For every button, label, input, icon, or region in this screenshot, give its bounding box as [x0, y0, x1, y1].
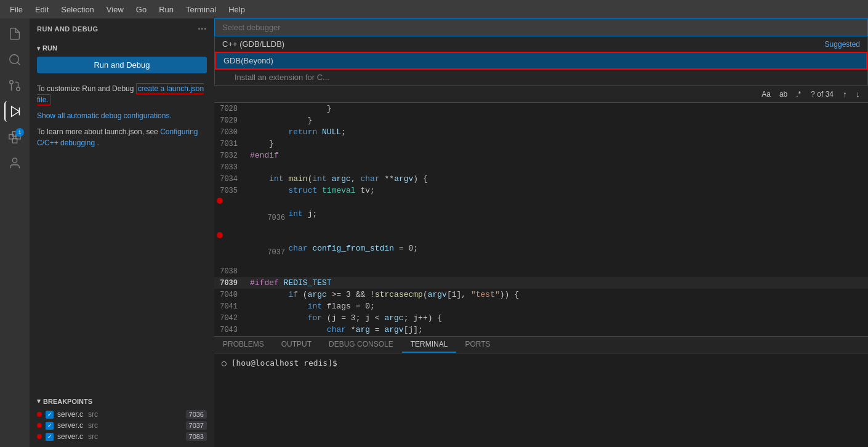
breakpoint-dot-icon: [37, 434, 42, 439]
menu-item-help[interactable]: Help: [223, 4, 250, 15]
code-line-7043: 7043 char *arg = argv[j];: [214, 324, 868, 336]
code-content-7034: int main(int argc, char **argv) {: [245, 174, 868, 183]
sidebar-header: RUN AND DEBUG ···: [30, 18, 214, 39]
code-content-7028: }: [245, 104, 868, 113]
find-prev-button[interactable]: ↑: [840, 88, 850, 100]
code-content-7030: return NULL;: [245, 127, 868, 137]
breakpoint-dot-icon: [37, 412, 42, 417]
sidebar-more-button[interactable]: ···: [198, 23, 207, 34]
line-number-7039: 7039: [214, 279, 245, 288]
breakpoint-check-icon: [46, 433, 54, 441]
explorer-icon[interactable]: [4, 23, 25, 44]
breakpoint-dot-icon: [37, 423, 42, 428]
code-line-7036: 7036 int j;: [214, 196, 868, 231]
breakpoint-item[interactable]: server.c src 7083: [37, 431, 207, 442]
terminal-prompt: ○ [hou@localhost redis]$: [222, 358, 337, 368]
debugger-item-cpp[interactable]: C++ (GDB/LLDB) Suggested: [215, 36, 867, 52]
find-bar: Aa ab .* ? of 34 ↑ ↓: [214, 86, 868, 103]
menu-item-selection[interactable]: Selection: [56, 4, 98, 15]
code-editor[interactable]: 7028 } 7029 } 7030 return NULL;: [214, 103, 868, 336]
debugger-item-gdb[interactable]: GDB(Beyond): [215, 52, 867, 70]
breakpoints-section: ▾ BREAKPOINTS server.c src 7036 server.c…: [30, 392, 214, 447]
show-all-text: Show all automatic debug configurations.: [30, 110, 214, 126]
show-all-debug-link[interactable]: Show all automatic debug configurations.: [37, 111, 172, 120]
customize-text: To customize Run and Debug create a laun…: [30, 78, 214, 110]
menu-item-run[interactable]: Run: [154, 4, 179, 15]
run-and-debug-button[interactable]: Run and Debug: [37, 57, 207, 73]
code-content-7042: for (j = 3; j < argc; j++) {: [245, 313, 868, 323]
regex-button[interactable]: .*: [792, 88, 805, 100]
breakpoint-item[interactable]: server.c src 7037: [37, 420, 207, 431]
menu-item-go[interactable]: Go: [131, 4, 151, 15]
breakpoints-title[interactable]: ▾ BREAKPOINTS: [37, 397, 207, 405]
find-options: Aa ab .*: [758, 88, 805, 100]
line-number-7028: 7028: [214, 105, 245, 113]
code-line-7034: 7034 int main(int argc, char **argv) {: [214, 173, 868, 185]
line-number-7034: 7034: [214, 175, 245, 183]
code-line-7028: 7028 }: [214, 103, 868, 115]
breakpoint-item[interactable]: server.c src 7036: [37, 409, 207, 420]
tab-output[interactable]: OUTPUT: [273, 337, 320, 353]
main-layout: 1 RUN AND DEBUG ··· ▾ RUN Run and Debug …: [0, 18, 868, 447]
code-content-7029: }: [245, 116, 868, 125]
line-number-7037: 7037: [214, 231, 245, 265]
breakpoint-indicator-7037: [217, 232, 223, 238]
search-icon[interactable]: [4, 49, 25, 70]
code-content-7032: #endif: [245, 151, 868, 160]
extensions-badge: 1: [15, 128, 24, 137]
select-debugger-input[interactable]: [214, 18, 868, 36]
debugger-dropdown: C++ (GDB/LLDB) Suggested GDB(Beyond) Ins…: [214, 18, 868, 86]
menu-item-view[interactable]: View: [102, 4, 129, 15]
breakpoint-indicator-7036: [217, 198, 223, 204]
svg-point-2: [17, 87, 20, 91]
code-content-7035: struct timeval tv;: [245, 186, 868, 195]
tab-ports[interactable]: PORTS: [456, 337, 499, 353]
svg-point-3: [10, 81, 14, 84]
line-number-7033: 7033: [214, 163, 245, 172]
tab-debug-console[interactable]: DEBUG CONSOLE: [320, 337, 402, 353]
line-number-7041: 7041: [214, 302, 245, 311]
tab-terminal[interactable]: TERMINAL: [402, 337, 457, 353]
run-title[interactable]: ▾ RUN: [37, 44, 207, 52]
code-area: Aa ab .* ? of 34 ↑ ↓ 7028 } 7029: [214, 86, 868, 336]
learn-more-text: To learn more about launch.json, see Con…: [30, 126, 214, 153]
run-debug-icon[interactable]: [4, 101, 25, 122]
source-control-icon[interactable]: [4, 75, 25, 96]
menu-bar: File Edit Selection View Go Run Terminal…: [0, 0, 868, 18]
line-number-7036: 7036: [214, 196, 245, 231]
code-content-7041: int flags = 0;: [245, 302, 868, 311]
code-content-7037: char config_from_stdin = 0;: [245, 244, 868, 253]
sidebar-spacer: [30, 153, 214, 392]
bottom-panel: PROBLEMS OUTPUT DEBUG CONSOLE TERMINAL P…: [214, 336, 868, 447]
menu-item-edit[interactable]: Edit: [30, 4, 54, 15]
code-line-7032: 7032 #endif: [214, 150, 868, 161]
code-content-7036: int j;: [245, 209, 868, 219]
debugger-item-install[interactable]: Install an extension for C...: [215, 70, 867, 85]
svg-line-1: [17, 62, 20, 65]
find-next-button[interactable]: ↓: [853, 88, 863, 100]
menu-item-terminal[interactable]: Terminal: [181, 4, 221, 15]
code-content-7043: char *arg = argv[j];: [245, 325, 868, 334]
match-case-button[interactable]: Aa: [758, 88, 774, 100]
line-number-7029: 7029: [214, 116, 245, 125]
code-line-7038: 7038: [214, 265, 868, 277]
code-line-7040: 7040 if (argc >= 3 && !strcasecmp(argv[1…: [214, 289, 868, 300]
line-number-7043: 7043: [214, 326, 245, 334]
code-line-7029: 7029 }: [214, 115, 868, 126]
code-line-7031: 7031 }: [214, 138, 868, 150]
run-arrow-icon: ▾: [37, 45, 40, 52]
tab-problems[interactable]: PROBLEMS: [214, 337, 273, 353]
menu-item-file[interactable]: File: [5, 4, 28, 15]
code-line-7033: 7033: [214, 161, 868, 173]
panel-tabs: PROBLEMS OUTPUT DEBUG CONSOLE TERMINAL P…: [214, 337, 868, 353]
editor-area: C++ (GDB/LLDB) Suggested GDB(Beyond) Ins…: [214, 18, 868, 447]
line-number-7040: 7040: [214, 291, 245, 299]
terminal-content[interactable]: ○ [hou@localhost redis]$: [214, 353, 868, 447]
whole-word-button[interactable]: ab: [776, 88, 791, 100]
code-line-7030: 7030 return NULL;: [214, 126, 868, 138]
svg-point-0: [10, 55, 19, 64]
line-number-7035: 7035: [214, 187, 245, 195]
extensions-icon[interactable]: 1: [4, 127, 25, 148]
find-count: ? of 34: [807, 90, 837, 99]
remote-icon[interactable]: [4, 153, 25, 174]
